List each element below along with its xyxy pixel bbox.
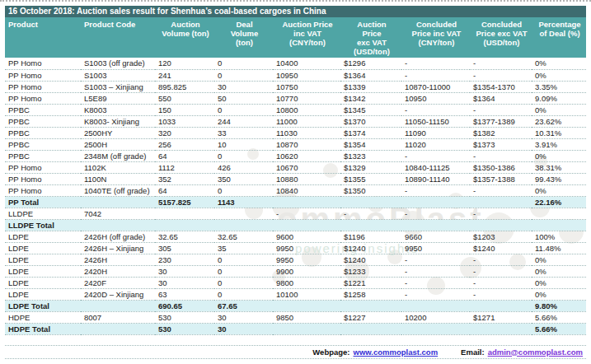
concluded-price-exc-vat-cell: $1382 [470,127,532,138]
table-row: PPBCK8003- Xinjiang103324411000$13701105… [5,115,586,127]
auction-price-inc-vat-cell: 9950 [273,242,340,254]
auction-volume-cell: 120 [155,58,214,69]
concluded-price-inc-vat-cell: 10840-11125 [401,161,470,173]
product-code-cell: K8003 [81,104,155,115]
auction-price-inc-vat-cell: 10840 [273,184,340,196]
product-code-cell: 2500H [81,138,155,150]
auction-price-inc-vat-cell: 10100 [273,288,340,300]
concluded-price-exc-vat-cell: - [470,104,532,115]
auction-price-inc-vat-cell: 9600 [273,231,340,242]
auction-price-exc-vat-cell [340,196,401,208]
column-header-concluded-price-exc-vat: ConcludedPrice exc VAT(USD/ton) [470,17,532,58]
auction-price-exc-vat-cell: $1227 [340,311,401,323]
product-cell: LDPE Total [5,300,81,311]
table-row: LDPE2426H23009950$1240--0% [5,254,586,265]
product-code-cell: S1003 (off grade) [81,58,155,69]
deal-volume-cell: 426 [214,161,273,173]
product-cell: LDPE [5,277,81,288]
product-code-cell: 1100N [81,173,155,184]
product-code-cell [81,196,155,208]
auction-volume-cell: 320 [155,127,214,138]
webpage-link[interactable]: www.commoplast.com [354,348,439,357]
deal-volume-cell: 67.65 [214,300,273,311]
product-cell: PPBC [5,115,81,127]
auction-volume-cell: 30 [155,265,214,277]
auction-price-inc-vat-cell: 11030 [273,127,340,138]
auction-volume-cell: 690.65 [155,300,214,311]
percentage-of-deal-cell: 10.31% [532,127,586,138]
concluded-price-inc-vat-cell: 10890-11140 [401,173,470,184]
auction-price-inc-vat-cell: - [273,208,340,219]
deal-volume-cell: 0 [214,277,273,288]
product-code-cell [81,323,155,334]
auction-price-exc-vat-cell: $1345 [340,104,401,115]
concluded-price-inc-vat-cell [401,323,470,334]
deal-volume-cell: 10 [214,138,273,150]
auction-price-exc-vat-cell: $1240 [340,242,401,254]
webpage-label: Webpage: [312,348,349,357]
table-row: LDPE2420F3009800$1221--0% [5,277,586,288]
auction-price-inc-vat-cell: 10950 [273,69,340,81]
concluded-price-exc-vat-cell [470,196,532,208]
auction-volume-cell: 241 [155,69,214,81]
table-row: PP Homo1040TE (off grade)64010840$1350--… [5,184,586,196]
product-code-cell: L5E89 [81,92,155,104]
product-cell: PPBC [5,150,81,161]
concluded-price-exc-vat-cell: - [470,69,532,81]
product-code-cell: 1102K [81,161,155,173]
percentage-of-deal-cell: 100% [532,231,586,242]
column-header-concluded-price-inc-vat: ConcludedPrice inc VAT(CNY/ton) [401,17,470,58]
concluded-price-inc-vat-cell: - [401,277,470,288]
percentage-of-deal-cell: 22.16% [532,196,586,208]
table-row: PPBC2348M (off grade)64010620$1323--0% [5,150,586,161]
deal-volume-cell: 350 [214,173,273,184]
concluded-price-exc-vat-cell: - [470,254,532,265]
percentage-of-deal-cell: 11.48% [532,242,586,254]
percentage-of-deal-cell [532,219,586,231]
blank-row [5,335,586,345]
auction-price-exc-vat-cell: $1350 [340,184,401,196]
product-cell: LDPE [5,231,81,242]
auction-volume-cell: 63 [155,288,214,300]
concluded-price-inc-vat-cell: 10950 [401,92,470,104]
concluded-price-inc-vat-cell: - [401,69,470,81]
table-body: PP HomoS1003 (off grade)120010400$1296--… [5,58,586,334]
table-row: PP HomoL5E895505010770$134210950$13649.0… [5,92,586,104]
product-code-cell: K8003- Xinjiang [81,115,155,127]
concluded-price-inc-vat-cell: 9660 [401,231,470,242]
deal-volume-cell: 0 [214,69,273,81]
table-row: PP HomoS1003 – Xinjiang895.8253010750$13… [5,81,586,92]
report-page: ommoPlast powering insights 16 October 2… [0,0,591,364]
concluded-price-inc-vat-cell [401,196,470,208]
report-title: 16 October 2018: Auction sales result fo… [5,6,586,17]
email-link[interactable]: admin@commoplast.com [488,348,583,357]
table-row: LDPE2420D – Xinjiang63010100$1258--0% [5,288,586,300]
auction-volume-cell: 256 [155,138,214,150]
table-row: PPBC2500HY3203311030$137411090$138210.31… [5,127,586,138]
auction-volume-cell: 64 [155,184,214,196]
auction-price-exc-vat-cell [340,219,401,231]
column-header-auction-price-exc-vat: AuctionPriceexc VAT(USD/ton) [340,17,401,58]
concluded-price-exc-vat-cell: $1357-1388 [470,173,532,184]
product-cell: PP Homo [5,184,81,196]
auction-price-exc-vat-cell: $1339 [340,81,401,92]
auction-price-exc-vat-cell: $1364 [340,69,401,81]
auction-price-inc-vat-cell: 9900 [273,265,340,277]
product-cell: LDPE [5,254,81,265]
auction-price-inc-vat-cell: 10880 [273,173,340,184]
percentage-of-deal-cell: 9.80% [532,300,586,311]
deal-volume-cell: 35 [214,242,273,254]
table-row: PP HomoS1003241010950$1364--0% [5,69,586,81]
deal-volume-cell: 0 [214,58,273,69]
concluded-price-exc-vat-cell: $1373 [470,138,532,150]
auction-volume-cell: 32.65 [155,231,214,242]
concluded-price-inc-vat-cell: - [401,254,470,265]
concluded-price-exc-vat-cell: - [470,277,532,288]
product-cell: PP Homo [5,58,81,69]
table-head: ProductProduct CodeAuctionVolume (ton)De… [5,17,586,58]
auction-volume-cell [155,208,214,219]
product-cell: PP Homo [5,173,81,184]
concluded-price-inc-vat-cell: 11090 [401,127,470,138]
auction-price-inc-vat-cell: 10400 [273,58,340,69]
concluded-price-exc-vat-cell: - [470,58,532,69]
